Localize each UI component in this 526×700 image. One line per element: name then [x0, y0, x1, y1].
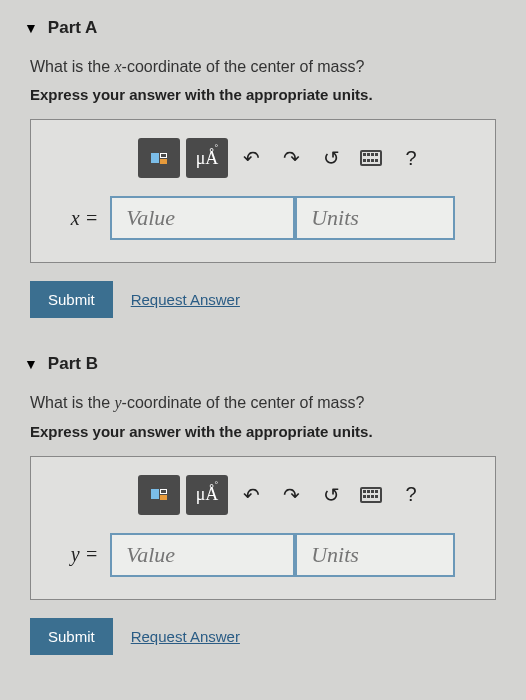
part-b-actions: Submit Request Answer [30, 618, 502, 655]
part-a-actions: Submit Request Answer [30, 281, 502, 318]
ring-accent-icon: ° [214, 142, 218, 152]
redo-button[interactable]: ↷ [274, 141, 308, 175]
submit-button[interactable]: Submit [30, 281, 113, 318]
part-a-instruction: Express your answer with the appropriate… [30, 86, 502, 103]
part-a-toolbar: μÅ ° ↶ ↷ ↺ ? [49, 138, 477, 178]
keyboard-button[interactable] [354, 478, 388, 512]
submit-button[interactable]: Submit [30, 618, 113, 655]
help-icon: ? [405, 147, 416, 170]
part-a-input-row: x = [49, 196, 477, 240]
part-b-header[interactable]: ▼ Part B [24, 354, 502, 374]
part-a-title: Part A [48, 18, 97, 38]
units-input[interactable] [295, 533, 455, 577]
part-a-header[interactable]: ▼ Part A [24, 18, 502, 38]
reset-button[interactable]: ↺ [314, 141, 348, 175]
part-b-question: What is the y-coordinate of the center o… [30, 392, 502, 414]
value-input[interactable] [110, 196, 295, 240]
help-icon: ? [405, 483, 416, 506]
collapse-icon: ▼ [24, 20, 38, 36]
value-input[interactable] [110, 533, 295, 577]
request-answer-link[interactable]: Request Answer [131, 291, 240, 308]
part-a-section: ▼ Part A What is the x-coordinate of the… [0, 0, 526, 336]
part-b-toolbar: μÅ ° ↶ ↷ ↺ ? [49, 475, 477, 515]
help-button[interactable]: ? [394, 478, 428, 512]
redo-icon: ↷ [283, 483, 300, 507]
template-button[interactable] [138, 138, 180, 178]
template-button[interactable] [138, 475, 180, 515]
part-b-title: Part B [48, 354, 98, 374]
redo-icon: ↷ [283, 146, 300, 170]
reset-icon: ↺ [323, 483, 340, 507]
request-answer-link[interactable]: Request Answer [131, 628, 240, 645]
part-a-question: What is the x-coordinate of the center o… [30, 56, 502, 78]
part-b-answer-box: μÅ ° ↶ ↷ ↺ ? y = [30, 456, 496, 600]
keyboard-button[interactable] [354, 141, 388, 175]
reset-button[interactable]: ↺ [314, 478, 348, 512]
undo-icon: ↶ [243, 146, 260, 170]
part-b-var-label: y = [71, 533, 110, 577]
template-icon [151, 489, 167, 500]
part-b-input-row: y = [49, 533, 477, 577]
template-icon [151, 153, 167, 164]
units-button[interactable]: μÅ ° [186, 138, 228, 178]
keyboard-icon [360, 150, 382, 166]
part-b-section: ▼ Part B What is the y-coordinate of the… [0, 336, 526, 672]
part-a-answer-box: μÅ ° ↶ ↷ ↺ ? x = [30, 119, 496, 263]
reset-icon: ↺ [323, 146, 340, 170]
units-button[interactable]: μÅ ° [186, 475, 228, 515]
undo-button[interactable]: ↶ [234, 478, 268, 512]
units-input[interactable] [295, 196, 455, 240]
part-a-var-label: x = [71, 196, 110, 240]
ring-accent-icon: ° [214, 479, 218, 489]
help-button[interactable]: ? [394, 141, 428, 175]
redo-button[interactable]: ↷ [274, 478, 308, 512]
keyboard-icon [360, 487, 382, 503]
part-b-instruction: Express your answer with the appropriate… [30, 423, 502, 440]
undo-icon: ↶ [243, 483, 260, 507]
undo-button[interactable]: ↶ [234, 141, 268, 175]
collapse-icon: ▼ [24, 356, 38, 372]
